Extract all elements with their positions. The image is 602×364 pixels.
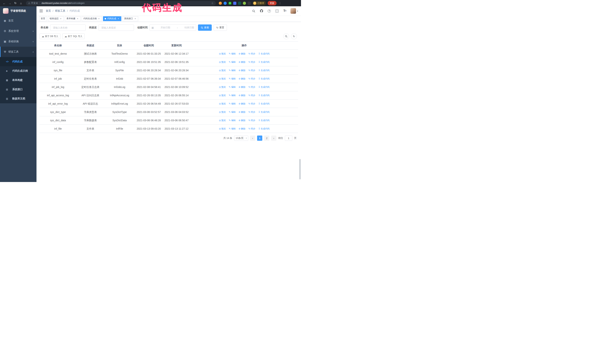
edit-link[interactable]: ✎编辑 <box>229 93 236 97</box>
home-button[interactable]: ⌂ <box>19 1 23 6</box>
edit-link[interactable]: ✎编辑 <box>229 102 236 106</box>
close-icon[interactable]: × <box>59 17 62 20</box>
extension-icon[interactable] <box>243 2 246 5</box>
edit-link[interactable]: ✎编辑 <box>229 52 236 56</box>
preview-link[interactable]: ◎预览 <box>219 127 226 131</box>
refresh-list-button[interactable]: ↻ <box>291 33 297 39</box>
delete-link[interactable]: ⊘删除 <box>239 68 246 73</box>
sidebar-item-system-api[interactable]: ▤ 系统接口 <box>0 85 36 94</box>
preview-link[interactable]: ◎预览 <box>219 77 226 81</box>
generate-code-link[interactable]: ↧生成代码 <box>258 127 269 131</box>
create-time-range-picker[interactable]: ▦ 开始日期 - 结束日期 <box>150 24 196 31</box>
sync-link[interactable]: ↻同步 <box>248 68 255 73</box>
hamburger-icon[interactable] <box>39 10 43 12</box>
browser-update-button[interactable]: 更新 <box>268 1 277 5</box>
goto-page-input[interactable] <box>285 135 292 141</box>
edit-link[interactable]: ✎编辑 <box>229 127 236 131</box>
generate-code-link[interactable]: ↧生成代码 <box>258 118 269 122</box>
browser-menu-icon[interactable]: ⋮ <box>278 2 282 5</box>
extension-icon[interactable] <box>248 2 251 5</box>
close-icon[interactable]: × <box>117 17 120 20</box>
delete-link[interactable]: ⊘删除 <box>239 127 246 131</box>
preview-link[interactable]: ◎预览 <box>219 102 226 106</box>
back-button[interactable]: ← <box>2 1 7 6</box>
generate-code-link[interactable]: ↧生成代码 <box>258 68 269 73</box>
preview-link[interactable]: ◎预览 <box>219 52 226 56</box>
reload-button[interactable]: ↻ <box>13 1 18 6</box>
forward-button[interactable]: → <box>7 1 12 6</box>
sidebar-item-dev-tools[interactable]: ⚒ 研发工具 ∧ <box>0 47 36 57</box>
page-size-select[interactable]: 10条/页 ▾ <box>234 135 248 141</box>
edit-link[interactable]: ✎编辑 <box>229 60 236 64</box>
edit-link[interactable]: ✎编辑 <box>229 118 236 122</box>
delete-link[interactable]: ⊘删除 <box>239 85 246 89</box>
extension-icon[interactable] <box>219 2 222 5</box>
close-icon[interactable]: × <box>76 17 79 20</box>
sync-link[interactable]: ↻同步 <box>248 93 255 97</box>
delete-link[interactable]: ⊘删除 <box>239 93 246 97</box>
delete-link[interactable]: ⊘删除 <box>239 52 246 56</box>
tab-codegen-example[interactable]: 代码生成示例 × <box>82 16 102 21</box>
bookmark-star-icon[interactable]: ☆ <box>211 2 214 5</box>
generate-code-link[interactable]: ↧生成代码 <box>258 60 269 64</box>
sidebar-item-codegen-example[interactable]: ◈ 代码生成示例 <box>0 66 36 75</box>
scrollbar[interactable] <box>299 6 301 182</box>
preview-link[interactable]: ◎预览 <box>219 85 226 89</box>
edit-link[interactable]: ✎编辑 <box>229 68 236 73</box>
user-menu[interactable]: ▾ <box>290 8 298 14</box>
generate-code-link[interactable]: ↧生成代码 <box>258 93 269 97</box>
table-name-input[interactable] <box>53 26 83 29</box>
delete-link[interactable]: ⊘删除 <box>239 77 246 81</box>
toggle-search-button[interactable] <box>283 33 289 39</box>
extension-icon[interactable] <box>238 2 241 5</box>
table-desc-input[interactable] <box>101 26 131 29</box>
tab-codegen[interactable]: 代码生成 × <box>103 16 121 21</box>
generate-code-link[interactable]: ↧生成代码 <box>258 77 269 81</box>
sidebar-item-codegen[interactable]: </> 代码生成 <box>0 57 36 66</box>
scrollbar-thumb[interactable] <box>299 159 301 179</box>
sidebar-item-infrastructure[interactable]: ▣ 基础设施 ∨ <box>0 36 36 47</box>
delete-link[interactable]: ⊘删除 <box>239 102 246 106</box>
font-size-icon[interactable]: TT <box>283 9 287 13</box>
sync-link[interactable]: ↻同步 <box>248 85 255 89</box>
edit-link[interactable]: ✎编辑 <box>229 77 236 81</box>
extension-icon[interactable]: V <box>228 2 232 5</box>
delete-link[interactable]: ⊘删除 <box>239 60 246 64</box>
extension-icon[interactable] <box>224 2 227 5</box>
generate-code-link[interactable]: ↧生成代码 <box>258 85 269 89</box>
close-icon[interactable]: × <box>98 17 100 20</box>
import-sql-button[interactable]: ☁ 基于 SQL 导入 <box>62 33 85 39</box>
profile-paused-chip[interactable]: 已暂停 <box>252 1 266 5</box>
github-icon[interactable] <box>259 9 264 13</box>
tab-form-builder[interactable]: 表单构建 × <box>65 16 81 21</box>
generate-code-link[interactable]: ↧生成代码 <box>258 110 269 114</box>
sidebar-item-home[interactable]: ◉ 首页 <box>0 16 36 26</box>
sidebar-item-form-builder[interactable]: ▦ 表单构建 <box>0 75 36 85</box>
preview-link[interactable]: ◎预览 <box>219 110 226 114</box>
sync-link[interactable]: ↻同步 <box>248 118 255 122</box>
sync-link[interactable]: ↻同步 <box>248 52 255 56</box>
page-button-2[interactable]: 2 <box>264 135 269 141</box>
address-bar[interactable]: ⚠ 不安全 dashboard.yudao.iocoder.cn /tool/c… <box>26 1 216 6</box>
sync-link[interactable]: ↻同步 <box>248 60 255 64</box>
fullscreen-icon[interactable] <box>275 9 279 13</box>
preview-link[interactable]: ◎预览 <box>219 68 226 73</box>
delete-link[interactable]: ⊘删除 <box>239 110 246 114</box>
delete-link[interactable]: ⊘删除 <box>239 118 246 122</box>
page-button-1[interactable]: 1 <box>257 135 262 141</box>
sync-link[interactable]: ↻同步 <box>248 110 255 114</box>
help-icon[interactable]: ? <box>267 9 271 13</box>
search-button[interactable]: 搜索 <box>198 24 212 31</box>
next-page-button[interactable]: › <box>271 135 276 141</box>
search-icon[interactable] <box>252 9 256 13</box>
edit-link[interactable]: ✎编辑 <box>229 85 236 89</box>
preview-link[interactable]: ◎预览 <box>219 118 226 122</box>
sync-link[interactable]: ↻同步 <box>248 127 255 131</box>
prev-page-button[interactable]: ‹ <box>250 135 255 141</box>
sidebar-item-system-management[interactable]: ⚙ 系统管理 ∨ <box>0 26 36 36</box>
sync-link[interactable]: ↻同步 <box>248 102 255 106</box>
tab-system-api[interactable]: 系统接口 × <box>122 16 138 21</box>
extension-icon[interactable] <box>233 2 236 5</box>
close-icon[interactable]: × <box>134 17 137 20</box>
edit-link[interactable]: ✎编辑 <box>229 110 236 114</box>
